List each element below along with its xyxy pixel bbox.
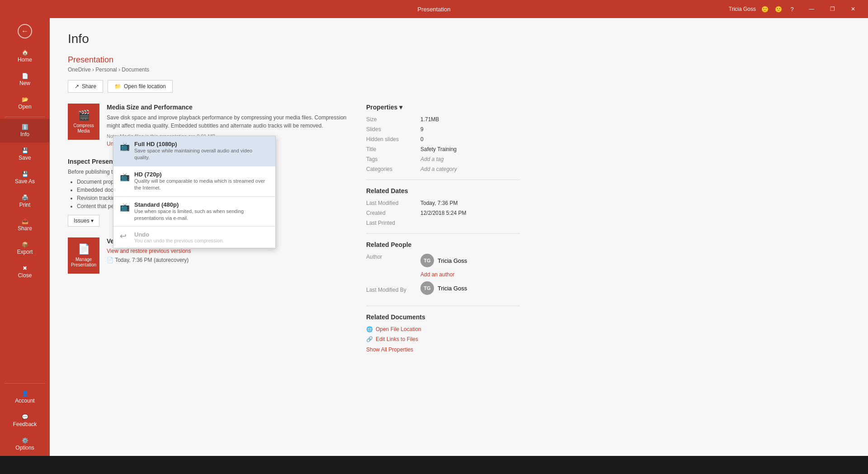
author-avatar: TG [420,254,434,267]
back-button[interactable]: ← [0,18,50,44]
open-file-link[interactable]: 🌐 Open File Location [366,326,520,332]
share-btn-label: Share [82,83,96,90]
close-doc-icon: ✖ [23,265,27,271]
manage-presentation-button[interactable]: 📄 Manage Presentation [68,237,99,274]
emoji-icon[interactable]: 🙂 [760,4,770,14]
sidebar-item-export[interactable]: 📦 Export [0,237,50,260]
sidebar-label-share: Share [18,225,32,232]
sidebar-label-open: Open [18,104,31,110]
sidebar-item-info[interactable]: ℹ️ Info [0,119,50,142]
full-hd-label: Full HD (1080p) [134,141,269,147]
standard-content: Standard (480p) Use when space is limite… [134,201,269,222]
manage-icon: 📄 [78,243,90,255]
related-people-title: Related People [366,241,520,248]
sidebar-label-save-as: Save As [15,178,35,185]
sidebar-divider-2 [5,383,45,384]
undo-label: Undo [134,231,224,238]
share-button[interactable]: ↗ Share [68,80,103,93]
open-file-label: Open File Location [376,326,421,332]
title-value: Safety Training [420,146,457,152]
related-dates-section: Related Dates Last Modified Today, 7:36 … [366,187,520,226]
info-icon: ℹ️ [22,124,28,130]
sidebar-label-account: Account [15,398,34,404]
standard-label: Standard (480p) [134,201,269,208]
minimize-button[interactable]: — [801,2,822,16]
titlebar: Presentation Tricia Goss 🙂 🙁 ? — ❐ ✕ [0,0,868,18]
options-icon: ⚙️ [22,437,28,444]
version-history-link[interactable]: View and restore previous versions [107,248,191,254]
sidebar-item-share[interactable]: 📤 Share [0,213,50,237]
export-icon: 📦 [22,242,28,248]
sidebar-label-close: Close [18,272,32,279]
dropdown-undo-item: ↩ Undo You can undo the previous compres… [113,227,275,248]
open-location-button[interactable]: 📁 Open file location [108,80,173,93]
titlebar-icons: 🙂 🙁 ? [760,4,797,14]
close-button[interactable]: ✕ [843,2,863,16]
sidebar-item-close[interactable]: ✖ Close [0,260,50,284]
standard-description: Use when space is limited, such as when … [134,208,269,222]
compress-dropdown: 📺 Full HD (1080p) Save space while maint… [113,136,276,248]
folder-icon: 📁 [114,83,121,90]
prop-row-hidden: Hidden slides 0 [366,136,520,142]
help-icon[interactable]: ? [787,4,797,14]
tags-value[interactable]: Add a tag [420,156,443,162]
sidebar-item-save-as[interactable]: 💾 Save As [0,166,50,190]
sidebar-item-open[interactable]: 📂 Open [0,91,50,115]
related-documents-section: Related Documents 🌐 Open File Location 🔗… [366,313,520,353]
sidebar-bottom: 👤 Account 💬 Feedback ⚙️ Options [0,381,50,456]
full-hd-description: Save space while maintaining overall aud… [134,147,269,161]
modified-value: Today, 7:36 PM [420,200,458,206]
account-icon: 👤 [22,390,28,397]
prop-row-tags: Tags Add a tag [366,156,520,162]
home-icon: 🏠 [22,49,28,56]
properties-section: Properties ▾ Size 1.71MB Slides 9 Hidden… [366,104,520,172]
author-info: TG Tricia Goss Add an author [420,254,467,278]
slides-label: Slides [366,126,420,133]
created-label: Created [366,210,420,216]
dropdown-item-standard[interactable]: 📺 Standard (480p) Use when space is limi… [113,197,275,227]
author-person-row: TG Tricia Goss [420,254,467,267]
edit-links-link[interactable]: 🔗 Edit Links to Files [366,336,520,342]
sidebar-label-options: Options [15,445,34,451]
printed-label: Last Printed [366,220,420,226]
titlebar-right: Tricia Goss 🙂 🙁 ? — ❐ ✕ [729,2,863,16]
dropdown-item-full-hd[interactable]: 📺 Full HD (1080p) Save space while maint… [113,136,275,166]
divider-2 [366,233,520,234]
dropdown-item-hd[interactable]: 📺 HD (720p) Quality will be comparable t… [113,166,275,196]
modifier-avatar: TG [420,281,434,295]
date-row-modified: Last Modified Today, 7:36 PM [366,200,520,206]
share-btn-icon: ↗ [75,83,79,90]
date-row-created: Created 12/2/2018 5:24 PM [366,210,520,216]
sidebar-item-account[interactable]: 👤 Account [0,385,50,409]
hidden-value: 0 [420,136,424,142]
undo-content: Undo You can undo the previous compressi… [134,231,224,243]
hd-icon: 📺 [120,172,130,182]
standard-icon: 📺 [120,202,130,212]
show-all-properties-link[interactable]: Show All Properties [366,346,413,353]
restore-button[interactable]: ❐ [822,2,843,16]
modifier-row: Last Modified By TG Tricia Goss [366,281,520,299]
sidebar-label-info: Info [20,131,29,137]
title-label: Title [366,146,420,152]
sidebar-item-save[interactable]: 💾 Save [0,142,50,166]
titlebar-title: Presentation [418,6,451,13]
issues-button[interactable]: Issues ▾ [68,215,99,227]
new-icon: 📄 [22,73,28,79]
share-icon: 📤 [22,218,28,224]
compress-media-button[interactable]: 🎬 Compress Media [68,104,99,140]
categories-value[interactable]: Add a category [420,166,457,172]
sidebar-item-print[interactable]: 🖨️ Print [0,190,50,213]
add-author-link[interactable]: Add an author [420,271,454,278]
divider-1 [366,180,520,180]
sidebar-label-save: Save [19,155,31,161]
sidebar-item-new[interactable]: 📄 New [0,68,50,91]
save-icon: 💾 [22,147,28,154]
properties-title[interactable]: Properties ▾ [366,104,520,111]
hd-label: HD (720p) [134,171,269,178]
hd-content: HD (720p) Quality will be comparable to … [134,171,269,192]
related-docs-title: Related Documents [366,313,520,321]
sidebar-item-feedback[interactable]: 💬 Feedback [0,409,50,432]
sad-icon[interactable]: 🙁 [773,4,784,14]
sidebar-item-options[interactable]: ⚙️ Options [0,432,50,456]
sidebar-item-home[interactable]: 🏠 Home [0,44,50,68]
